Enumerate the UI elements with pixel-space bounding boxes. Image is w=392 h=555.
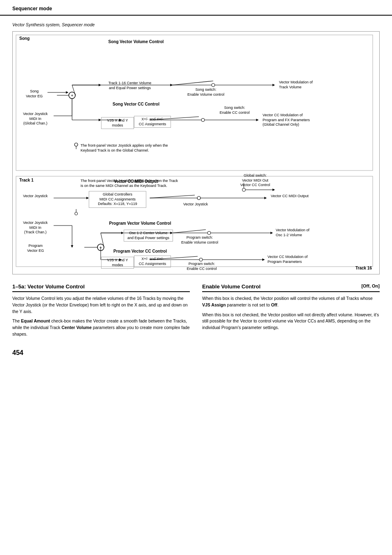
- svg-point-24: [197, 196, 201, 200]
- front-panel-note-track1: The front-panel Vector Joystick applies …: [81, 179, 237, 188]
- body-text-right-1: When this box is checked, the Vector pos…: [202, 295, 380, 309]
- svg-point-31: [75, 212, 78, 215]
- osc-center-volume: Osc 1-2 Center Volume and Equal Power se…: [124, 230, 173, 242]
- body-text-right-2: When this box is not checked, the Vector…: [202, 312, 380, 331]
- global-controllers: Global Controllers MIDI CC Assignments D…: [89, 191, 146, 208]
- svg-line-46: [72, 85, 75, 95]
- svg-line-25: [150, 195, 195, 198]
- svg-line-7: [172, 81, 213, 85]
- vjs-x-y-modes-track: VJS X and Y modes: [101, 257, 134, 269]
- vector-cc-control-label2: Vector CC Control: [231, 183, 280, 188]
- svg-line-35: [172, 230, 206, 233]
- program-vector-cc-heading: Program Vector CC Control: [95, 249, 185, 254]
- page-header: Sequencer mode: [0, 0, 392, 16]
- body-text-right-1-suffix: parameter is not set to: [226, 302, 271, 307]
- body-text-right-1-bold: VJS Assign: [202, 302, 226, 307]
- svg-point-10: [201, 118, 205, 122]
- body-text-right-1-bold2: Off: [271, 302, 277, 307]
- svg-point-42: [69, 92, 75, 99]
- global-switch-midi-out: Global switch: Vector MIDI Out: [231, 173, 280, 183]
- enable-volume-value: [Off, On]: [361, 283, 380, 288]
- vector-mod-osc: Vector Modulation of Osc 1-2 Volume: [276, 228, 333, 237]
- vector-cc-midi-output-right: Vector CC MIDI Output: [271, 194, 328, 199]
- page-header-title: Sequencer mode: [12, 6, 52, 12]
- vjs-x-y-modes-song: VJS X and Y modes: [101, 117, 134, 129]
- svg-point-5: [212, 83, 215, 87]
- track-1-16-center: Track 1-16 Center Volume and Equal Power…: [101, 81, 159, 90]
- front-panel-note-song: The front-panel Vector Joystick applies …: [81, 143, 220, 153]
- section-heading-left: 1–5a: Vector Volume Control: [12, 283, 190, 292]
- diagram-container: + + Song Song Vector Volume Control: [12, 31, 380, 274]
- track16-label: Track 16: [355, 265, 372, 271]
- page-number: 454: [0, 345, 392, 361]
- svg-point-17: [74, 143, 78, 146]
- x-plus-minus-cc-song: X+/- and Y+/- CC Assignments: [134, 116, 171, 128]
- diagram-subtitle: Vector Synthesis system, Sequencer mode: [12, 22, 380, 27]
- vector-mod-track-volume: Vector Modulation of Track Volume: [279, 80, 332, 90]
- program-switch-volume: Program switch: Enable Volume control: [179, 235, 220, 245]
- body-text-left-2: The Equal Amount check-box makes the Vec…: [12, 318, 190, 337]
- vector-cc-mod-program: Vector CC Modulation of Program Paramete…: [267, 255, 329, 264]
- svg-point-20: [242, 188, 245, 191]
- song-switch-volume: Song switch: Enable Volume control: [185, 88, 226, 97]
- vector-joystick-midi-track: Vector Joystick MIDI In (Track Chan.): [17, 221, 54, 235]
- section-heading-right: Enable Volume Control [Off, On]: [202, 283, 380, 292]
- song-vector-cc-heading: Song Vector CC Control: [95, 101, 177, 107]
- svg-line-48: [101, 233, 104, 247]
- x-plus-minus-cc-track: X+/- and Y+/- CC Assignments: [134, 256, 171, 267]
- body-text-left-2-bold1: Equal Amount: [21, 318, 50, 323]
- bottom-left: 1–5a: Vector Volume Control Vector Volum…: [12, 283, 190, 341]
- program-vector-volume-heading: Program Vector Volume Control: [95, 221, 185, 226]
- svg-text:+: +: [71, 93, 73, 98]
- program-vector-eg: Program Vector EG: [20, 244, 51, 253]
- body-text-left-1: Vector Volume Control lets you adjust th…: [12, 295, 190, 315]
- svg-point-39: [199, 258, 203, 261]
- body-text-right-1-prefix: When this box is checked, the Vector pos…: [202, 296, 373, 301]
- enable-volume-label: Enable Volume Control: [202, 283, 261, 290]
- vector-joystick-left: Vector Joystick: [17, 194, 54, 199]
- vector-cc-mod: Vector CC Modulation of Program and FX P…: [263, 113, 328, 127]
- bottom-right: Enable Volume Control [Off, On] When thi…: [202, 283, 380, 341]
- svg-rect-1: [16, 176, 373, 267]
- svg-point-34: [208, 231, 211, 235]
- song-switch-cc: Song switch: Enable CC control: [214, 106, 255, 115]
- program-switch-cc: Program switch: Enable CC control: [181, 262, 222, 271]
- body-text-left-2-bold2: Center Volume: [62, 325, 92, 330]
- song-vector-eg: Song Vector EG: [21, 89, 48, 99]
- vector-joystick-bottom: Vector Joystick: [177, 202, 214, 207]
- vector-joystick-midi-global: Vector Joystick MIDI In (Global Chan.): [17, 112, 54, 126]
- song-label: Song: [18, 36, 30, 41]
- body-text-left-2-prefix: The: [12, 318, 21, 323]
- song-vector-volume-heading: Song Vector Volume Control: [95, 39, 177, 44]
- body-text-right-1-end: .: [277, 302, 279, 307]
- track1-label: Track 1: [18, 177, 34, 183]
